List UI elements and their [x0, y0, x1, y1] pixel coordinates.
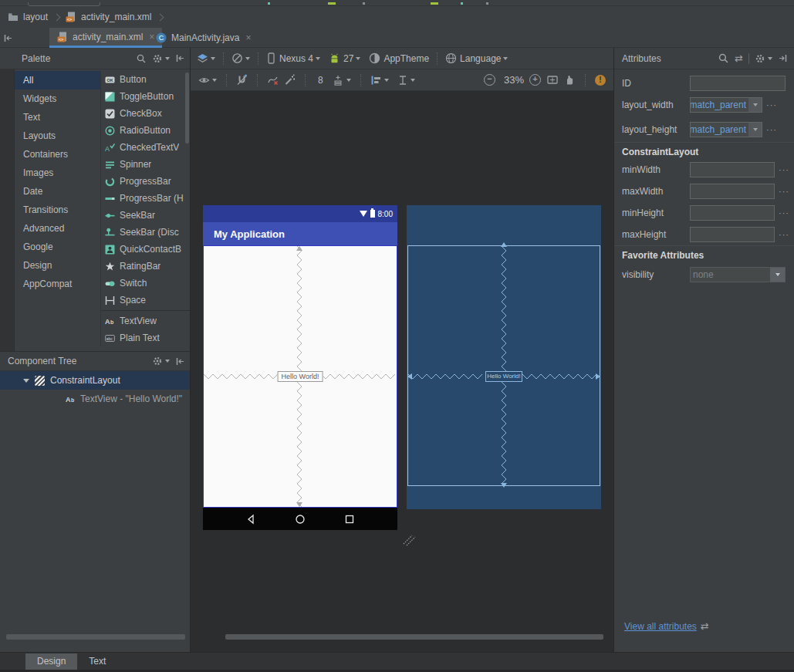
- visibility-combo[interactable]: none: [690, 267, 786, 282]
- palette-category-layouts[interactable]: Layouts: [15, 127, 100, 145]
- more-options-button[interactable]: ···: [779, 165, 789, 174]
- tab-activity-main-xml[interactable]: <> activity_main.xml ×: [49, 28, 162, 48]
- attributes-settings[interactable]: [755, 53, 772, 64]
- palette-item-switch[interactable]: Switch: [101, 275, 190, 292]
- preview-content-root[interactable]: Hello World!: [203, 245, 397, 508]
- language-selector[interactable]: Language: [445, 52, 508, 64]
- hide-panel-icon[interactable]: [175, 53, 185, 63]
- align-selector[interactable]: [370, 75, 389, 86]
- hide-panel-icon[interactable]: [778, 53, 788, 63]
- palette-category-text[interactable]: Text: [15, 108, 100, 127]
- layout-width-combo[interactable]: match_parent: [690, 97, 762, 113]
- palette-item-textview[interactable]: AbTextView: [101, 312, 190, 329]
- view-options[interactable]: [198, 75, 217, 86]
- tree-node-textview[interactable]: Ab TextView - "Hello World!": [0, 390, 190, 408]
- infer-constraints-button[interactable]: [284, 74, 296, 86]
- component-tree-settings[interactable]: [152, 356, 170, 366]
- search-icon[interactable]: [718, 52, 729, 64]
- search-icon[interactable]: [136, 53, 147, 64]
- plaintext-icon: abc: [105, 333, 115, 343]
- palette-category-all[interactable]: All: [15, 71, 100, 89]
- constraint-spring-left: [204, 373, 278, 380]
- tab-mainactivity-java[interactable]: C MainActivity.java ×: [148, 28, 259, 48]
- palette-item-space[interactable]: Space: [101, 292, 190, 309]
- palette-item-progressbar-horizontal[interactable]: ProgressBar (H: [101, 190, 190, 207]
- palette-item-seekbar-discrete[interactable]: SeekBar (Disc: [101, 224, 190, 241]
- minwidth-input[interactable]: [690, 162, 775, 177]
- palette-category-transitions[interactable]: Transitions: [15, 201, 100, 219]
- palette-item-spinner[interactable]: Spinner: [101, 156, 190, 173]
- layout-canvas[interactable]: 8:00 My Application Hello World!: [191, 91, 613, 652]
- hide-tabs-icon[interactable]: [3, 33, 13, 43]
- palette-category-widgets[interactable]: Widgets: [15, 89, 100, 108]
- errors-warnings-badge[interactable]: !: [595, 75, 606, 86]
- palette-category-containers[interactable]: Containers: [15, 145, 100, 164]
- palette-item-radiobutton[interactable]: RadioButton: [101, 122, 190, 139]
- minheight-input[interactable]: [690, 205, 775, 221]
- layout-height-combo[interactable]: match_parent: [690, 122, 762, 137]
- more-options-button[interactable]: ···: [779, 208, 789, 218]
- default-margin-value[interactable]: 8: [318, 75, 323, 86]
- palette-item-progressbar[interactable]: ProgressBar: [101, 173, 190, 190]
- surface-mode-selector[interactable]: [197, 53, 215, 64]
- maxwidth-input[interactable]: [690, 184, 775, 199]
- textview-hello-world-blueprint[interactable]: Hello World!: [485, 371, 522, 382]
- resize-handle-icon[interactable]: [401, 532, 417, 548]
- tab-text[interactable]: Text: [77, 653, 117, 670]
- tree-node-constraintlayout[interactable]: ConstraintLayout: [0, 371, 190, 390]
- more-options-button[interactable]: ···: [766, 100, 777, 110]
- textview-hello-world[interactable]: Hello World!: [278, 371, 323, 382]
- palette-category-images[interactable]: Images: [15, 164, 100, 182]
- more-options-button[interactable]: ···: [779, 230, 789, 239]
- constraint-spring-top: [501, 246, 507, 371]
- maxheight-input[interactable]: [690, 227, 775, 242]
- more-options-button[interactable]: ···: [766, 125, 777, 134]
- palette-item-plaintext[interactable]: abcPlain Text: [101, 329, 190, 346]
- component-tree-scrollbar[interactable]: [6, 634, 185, 640]
- palette-category-advanced[interactable]: Advanced: [15, 219, 100, 238]
- autoconnect-toggle[interactable]: [236, 74, 248, 86]
- pan-button[interactable]: [564, 74, 576, 86]
- combo-arrow-icon[interactable]: [770, 268, 785, 282]
- clear-constraints-button[interactable]: [267, 74, 279, 86]
- zoom-out-button[interactable]: −: [484, 74, 495, 86]
- canvas-scrollbar[interactable]: [225, 634, 603, 640]
- hide-panel-icon[interactable]: [175, 356, 185, 366]
- breadcrumb-layout[interactable]: layout: [8, 12, 48, 22]
- palette-item-ratingbar[interactable]: RatingBar: [101, 258, 190, 275]
- more-options-button[interactable]: ···: [779, 187, 789, 196]
- palette-item-checkedtextview[interactable]: ACheckedTextV: [101, 139, 190, 156]
- palette-item-checkbox[interactable]: CheckBox: [101, 105, 190, 122]
- palette-category-google[interactable]: Google: [15, 238, 100, 256]
- device-selector[interactable]: Nexus 4: [266, 52, 320, 64]
- palette-item-quickcontactbadge[interactable]: QuickContactB: [101, 241, 190, 258]
- palette-category-design[interactable]: Design: [15, 256, 100, 275]
- pack-selector[interactable]: [332, 74, 351, 86]
- guideline-selector[interactable]: [397, 75, 415, 86]
- battery-icon: [370, 210, 375, 218]
- palette-item-seekbar[interactable]: SeekBar: [101, 207, 190, 224]
- api-selector[interactable]: 27: [329, 53, 360, 64]
- swap-panels-icon[interactable]: ⇄: [735, 52, 743, 64]
- palette-settings[interactable]: [152, 53, 170, 64]
- blueprint-preview[interactable]: Hello World!: [407, 205, 601, 509]
- combo-arrow-icon[interactable]: [748, 98, 762, 112]
- view-all-attributes-link[interactable]: View all attributes: [624, 621, 697, 632]
- breadcrumb-activity-main[interactable]: <> activity_main.xml: [66, 12, 151, 22]
- id-input[interactable]: [690, 76, 786, 91]
- theme-selector[interactable]: AppTheme: [369, 52, 429, 64]
- palette-category-date[interactable]: Date: [15, 182, 100, 201]
- tab-design[interactable]: Design: [25, 653, 77, 670]
- palette-scrollbar[interactable]: [185, 73, 189, 144]
- palette-category-appcompat[interactable]: AppCompat: [15, 275, 100, 293]
- design-preview[interactable]: 8:00 My Application Hello World!: [203, 205, 397, 530]
- combo-arrow-icon[interactable]: [748, 123, 762, 137]
- palette-item-button[interactable]: OKButton: [101, 71, 190, 88]
- orientation-selector[interactable]: [231, 52, 250, 64]
- expand-caret-icon[interactable]: [23, 379, 29, 383]
- zoom-to-fit-button[interactable]: [546, 74, 559, 86]
- zoom-in-button[interactable]: +: [529, 74, 541, 86]
- tab-close-icon[interactable]: ×: [245, 32, 251, 43]
- android-icon: [329, 53, 340, 64]
- palette-item-togglebutton[interactable]: ToggleButton: [101, 88, 190, 105]
